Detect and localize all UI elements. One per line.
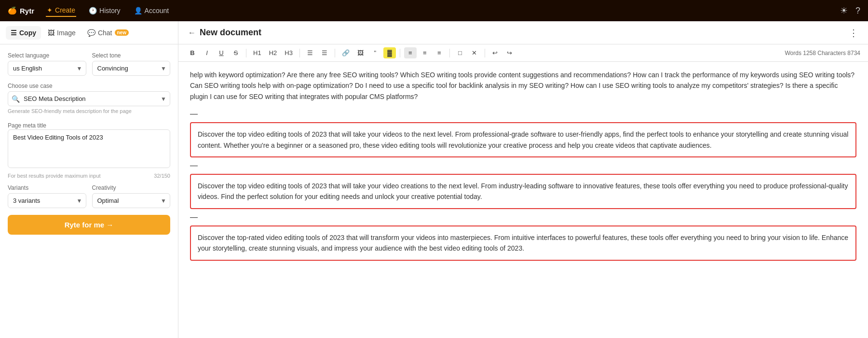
use-case-hint: Generate SEO-friendly meta description f… [8,108,170,114]
words-label: Words [785,50,803,56]
toolbar-undo-button[interactable]: ↩ [489,47,502,58]
tone-select-wrapper: Convincing ▼ [92,61,171,76]
top-navigation: 🍊 Rytr ✦ Create 🕐 History 👤 Account ☀ ? [0,0,868,21]
toolbar-underline-button[interactable]: U [215,47,228,58]
toolbar-highlight-button[interactable]: ▓ [383,47,396,58]
nav-right-actions: ☀ ? [840,5,860,16]
nav-create[interactable]: ✦ Create [46,4,76,17]
logo[interactable]: 🍊 Rytr [8,6,34,15]
toolbar-clear-format-button[interactable]: ✕ [468,47,481,58]
toolbar-h1-button[interactable]: H1 [250,47,264,58]
toolbar-divider-2 [299,49,300,57]
result-box-2[interactable]: Discover the top video editing tools of … [190,174,856,209]
logo-icon: 🍊 [8,6,17,15]
variants-select-wrapper: 3 variants ▼ [8,193,86,208]
toolbar-divider-5 [449,49,450,57]
separator-3: — [190,213,856,222]
create-icon: ✦ [47,6,53,14]
content-area: ← New document ⋮ B I U S H1 H2 H3 ☰ ☰ 🔗 … [178,21,868,338]
toolbar-quote-button[interactable]: " [369,47,381,58]
document-title-area: ← New document [188,28,261,38]
tab-copy[interactable]: ☰ Copy [6,26,41,40]
toolbar-bold-button[interactable]: B [186,47,199,58]
toolbar-divider-6 [485,49,485,57]
toolbar-redo-button[interactable]: ↪ [503,47,516,58]
toolbar-divider-4 [400,49,400,57]
ryte-for-me-button[interactable]: Ryte for me → [8,215,170,235]
sidebar: ☰ Copy 🖼 Image 💬 Chat new Select languag… [0,21,178,338]
separator-1: — [190,110,856,118]
toolbar-h3-button[interactable]: H3 [282,47,296,58]
use-case-select[interactable]: SEO Meta Description [8,91,170,106]
use-case-section: Choose use case 🔍 SEO Meta Description ▼… [8,83,170,114]
tone-group: Select tone Convincing ▼ [92,52,171,76]
toolbar-divider-3 [335,49,335,57]
toolbar-italic-button[interactable]: I [201,47,213,58]
scroll-text: help with keyword optimization? Are ther… [190,70,856,102]
language-group: Select language us English ▼ [8,52,86,76]
use-case-wrapper: 🔍 SEO Meta Description ▼ [8,91,170,106]
toolbar-h2-button[interactable]: H2 [266,47,280,58]
tone-select[interactable]: Convincing [92,61,171,76]
separator-2: — [190,161,856,170]
theme-toggle-icon[interactable]: ☀ [840,5,848,16]
result-text-3: Discover the top-rated video editing too… [198,234,848,252]
chat-icon: 💬 [87,29,95,37]
toolbar-divider-1 [246,49,246,57]
main-layout: ☰ Copy 🖼 Image 💬 Chat new Select languag… [0,21,868,338]
nav-history[interactable]: 🕐 History [88,5,122,16]
chars-label: Characters [817,50,847,56]
creativity-select[interactable]: Optimal [92,193,171,208]
words-count: 1258 [803,50,816,56]
textarea-hint: For best results provide maximum input [8,173,101,179]
language-tone-row: Select language us English ▼ Select tone… [8,52,170,76]
creativity-label: Creativity [92,184,171,191]
page-meta-textarea[interactable]: Best Video Editing Tools of 2023 [8,129,170,168]
variants-group: Variants 3 variants ▼ [8,184,86,208]
editor-toolbar: B I U S H1 H2 H3 ☰ ☰ 🔗 🖼 " ▓ ≡ ≡ ≡ □ ✕ ↩… [178,44,868,62]
image-icon: 🖼 [48,29,54,37]
toolbar-align-left-button[interactable]: ≡ [404,47,417,58]
variants-select[interactable]: 3 variants [8,193,86,208]
tab-bar: ☰ Copy 🖼 Image 💬 Chat new [0,21,178,44]
back-arrow-icon[interactable]: ← [188,28,196,37]
language-select-wrapper: us English ▼ [8,61,86,76]
language-label: Select language [8,52,86,59]
variants-creativity-row: Variants 3 variants ▼ Creativity Optimal [8,184,170,208]
nav-account[interactable]: 👤 Account [133,5,170,16]
char-count: 32/150 [154,173,170,179]
creativity-select-wrapper: Optimal ▼ [92,193,171,208]
toolbar-align-right-button[interactable]: ≡ [433,47,446,58]
document-menu-icon[interactable]: ⋮ [849,27,858,39]
copy-icon: ☰ [11,29,17,37]
result-box-1[interactable]: Discover the top video editing tools of … [190,122,856,157]
result-text-2: Discover the top video editing tools of … [198,182,848,200]
editor-content[interactable]: help with keyword optimization? Are ther… [178,62,868,338]
language-select[interactable]: us English [8,61,86,76]
history-icon: 🕐 [89,7,97,14]
page-meta-group: Page meta title Best Video Editing Tools… [8,121,170,170]
toolbar-bullet-list-button[interactable]: ☰ [304,47,316,58]
toolbar-image-button[interactable]: 🖼 [354,47,367,58]
result-text-1: Discover the top video editing tools of … [198,130,848,149]
toolbar-ordered-list-button[interactable]: ☰ [318,47,331,58]
use-case-emoji-icon: 🔍 [12,95,20,103]
toolbar-align-center-button[interactable]: ≡ [419,47,431,58]
toolbar-link-button[interactable]: 🔗 [339,47,353,58]
tab-image[interactable]: 🖼 Image [43,26,81,40]
page-meta-label: Page meta title [8,122,46,129]
toolbar-table-button[interactable]: □ [454,47,466,58]
use-case-label: Choose use case [8,83,170,89]
help-icon[interactable]: ? [855,6,860,16]
textarea-meta: For best results provide maximum input 3… [8,173,170,179]
logo-text: Rytr [20,7,34,15]
tab-chat[interactable]: 💬 Chat new [82,26,134,40]
chat-new-badge: new [115,29,129,36]
chars-count: 8734 [847,50,860,56]
result-box-3[interactable]: Discover the top-rated video editing too… [190,225,856,261]
tone-label: Select tone [92,52,171,59]
creativity-group: Creativity Optimal ▼ [92,184,171,208]
toolbar-strike-button[interactable]: S [230,47,242,58]
variants-label: Variants [8,184,86,191]
sidebar-content: Select language us English ▼ Select tone… [0,44,178,338]
